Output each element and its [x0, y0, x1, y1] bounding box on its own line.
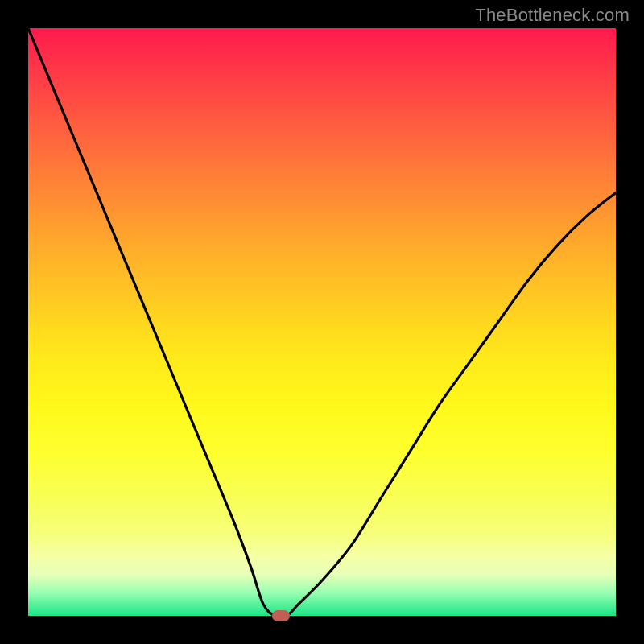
- chart-frame: TheBottleneck.com: [0, 0, 644, 644]
- watermark-text: TheBottleneck.com: [475, 5, 630, 26]
- bottleneck-curve: [28, 28, 616, 616]
- optimum-marker: [272, 610, 290, 621]
- plot-area: [28, 28, 616, 616]
